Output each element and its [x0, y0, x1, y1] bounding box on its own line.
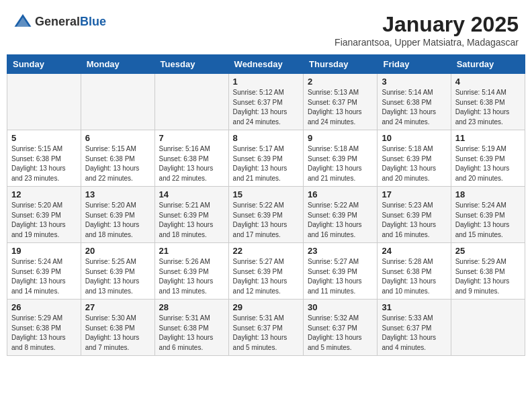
day-number: 1: [233, 77, 299, 87]
calendar-cell: 29Sunrise: 5:31 AMSunset: 6:37 PMDayligh…: [228, 300, 303, 356]
day-number: 16: [308, 189, 373, 199]
calendar-cell: 15Sunrise: 5:22 AMSunset: 6:39 PMDayligh…: [228, 187, 303, 243]
calendar-cell: 17Sunrise: 5:23 AMSunset: 6:39 PMDayligh…: [378, 187, 451, 243]
day-number: 17: [382, 189, 446, 199]
calendar-cell: 13Sunrise: 5:20 AMSunset: 6:39 PMDayligh…: [81, 187, 154, 243]
day-info: Sunrise: 5:27 AMSunset: 6:39 PMDaylight:…: [233, 257, 299, 296]
page-header: GeneralBlue January 2025 Fianarantsoa, U…: [7, 7, 525, 52]
calendar-cell: 9Sunrise: 5:18 AMSunset: 6:39 PMDaylight…: [304, 130, 378, 187]
calendar-cell: [7, 74, 81, 130]
day-info: Sunrise: 5:14 AMSunset: 6:38 PMDaylight:…: [382, 88, 446, 127]
calendar-cell: 12Sunrise: 5:20 AMSunset: 6:39 PMDayligh…: [7, 187, 81, 243]
day-info: Sunrise: 5:29 AMSunset: 6:38 PMDaylight:…: [455, 257, 521, 296]
day-number: 23: [308, 246, 373, 256]
day-number: 9: [308, 133, 373, 143]
calendar-cell: 18Sunrise: 5:24 AMSunset: 6:39 PMDayligh…: [451, 187, 525, 243]
logo-blue: Blue: [80, 15, 106, 28]
day-number: 29: [233, 302, 299, 312]
day-info: Sunrise: 5:15 AMSunset: 6:38 PMDaylight:…: [11, 144, 77, 183]
calendar-cell: 6Sunrise: 5:15 AMSunset: 6:38 PMDaylight…: [81, 130, 154, 187]
weekday-row: SundayMondayTuesdayWednesdayThursdayFrid…: [7, 55, 525, 74]
calendar-cell: 5Sunrise: 5:15 AMSunset: 6:38 PMDaylight…: [7, 130, 81, 187]
day-number: 19: [11, 246, 77, 256]
calendar-cell: 11Sunrise: 5:19 AMSunset: 6:39 PMDayligh…: [451, 130, 525, 187]
calendar-cell: 22Sunrise: 5:27 AMSunset: 6:39 PMDayligh…: [228, 243, 303, 300]
day-number: 6: [85, 133, 150, 143]
day-info: Sunrise: 5:20 AMSunset: 6:39 PMDaylight:…: [85, 201, 150, 240]
calendar-week-row: 5Sunrise: 5:15 AMSunset: 6:38 PMDaylight…: [7, 130, 525, 187]
calendar-title: January 2025: [335, 12, 519, 37]
day-info: Sunrise: 5:31 AMSunset: 6:37 PMDaylight:…: [233, 314, 299, 353]
calendar-body: 1Sunrise: 5:12 AMSunset: 6:37 PMDaylight…: [7, 74, 525, 356]
logo: GeneralBlue: [13, 12, 106, 31]
day-info: Sunrise: 5:17 AMSunset: 6:39 PMDaylight:…: [233, 144, 299, 183]
weekday-header: Sunday: [7, 55, 81, 74]
day-number: 27: [85, 302, 150, 312]
weekday-header: Tuesday: [154, 55, 228, 74]
day-number: 31: [382, 302, 446, 312]
calendar-cell: 8Sunrise: 5:17 AMSunset: 6:39 PMDaylight…: [228, 130, 303, 187]
day-info: Sunrise: 5:30 AMSunset: 6:38 PMDaylight:…: [85, 314, 150, 353]
day-number: 26: [11, 302, 77, 312]
calendar-cell: 28Sunrise: 5:31 AMSunset: 6:38 PMDayligh…: [154, 300, 228, 356]
day-number: 21: [159, 246, 224, 256]
calendar-cell: 25Sunrise: 5:29 AMSunset: 6:38 PMDayligh…: [451, 243, 525, 300]
day-number: 22: [233, 246, 299, 256]
calendar-cell: 2Sunrise: 5:13 AMSunset: 6:37 PMDaylight…: [304, 74, 378, 130]
day-info: Sunrise: 5:24 AMSunset: 6:39 PMDaylight:…: [455, 201, 521, 240]
weekday-header: Friday: [378, 55, 451, 74]
calendar-cell: 31Sunrise: 5:33 AMSunset: 6:37 PMDayligh…: [378, 300, 451, 356]
calendar-cell: 4Sunrise: 5:14 AMSunset: 6:38 PMDaylight…: [451, 74, 525, 130]
calendar-table: SundayMondayTuesdayWednesdayThursdayFrid…: [7, 54, 525, 356]
day-number: 8: [233, 133, 299, 143]
day-info: Sunrise: 5:13 AMSunset: 6:37 PMDaylight:…: [308, 88, 373, 127]
day-number: 24: [382, 246, 446, 256]
day-info: Sunrise: 5:28 AMSunset: 6:38 PMDaylight:…: [382, 257, 446, 296]
day-info: Sunrise: 5:22 AMSunset: 6:39 PMDaylight:…: [308, 201, 373, 240]
calendar-cell: 24Sunrise: 5:28 AMSunset: 6:38 PMDayligh…: [378, 243, 451, 300]
weekday-header: Thursday: [304, 55, 378, 74]
day-info: Sunrise: 5:16 AMSunset: 6:38 PMDaylight:…: [159, 144, 224, 183]
day-info: Sunrise: 5:23 AMSunset: 6:39 PMDaylight:…: [382, 201, 446, 240]
weekday-header: Wednesday: [228, 55, 303, 74]
calendar-subtitle: Fianarantsoa, Upper Matsiatra, Madagasca…: [335, 37, 519, 48]
calendar-cell: 16Sunrise: 5:22 AMSunset: 6:39 PMDayligh…: [304, 187, 378, 243]
day-info: Sunrise: 5:26 AMSunset: 6:39 PMDaylight:…: [159, 257, 224, 296]
day-info: Sunrise: 5:25 AMSunset: 6:39 PMDaylight:…: [85, 257, 150, 296]
day-info: Sunrise: 5:32 AMSunset: 6:37 PMDaylight:…: [308, 314, 373, 353]
logo-general: General: [35, 15, 80, 28]
day-info: Sunrise: 5:27 AMSunset: 6:39 PMDaylight:…: [308, 257, 373, 296]
day-number: 12: [11, 189, 77, 199]
day-info: Sunrise: 5:29 AMSunset: 6:38 PMDaylight:…: [11, 314, 77, 353]
calendar-week-row: 19Sunrise: 5:24 AMSunset: 6:39 PMDayligh…: [7, 243, 525, 300]
day-number: 25: [455, 246, 521, 256]
calendar-cell: 7Sunrise: 5:16 AMSunset: 6:38 PMDaylight…: [154, 130, 228, 187]
day-number: 28: [159, 302, 224, 312]
day-info: Sunrise: 5:14 AMSunset: 6:38 PMDaylight:…: [455, 88, 521, 127]
calendar-cell: 14Sunrise: 5:21 AMSunset: 6:39 PMDayligh…: [154, 187, 228, 243]
day-info: Sunrise: 5:12 AMSunset: 6:37 PMDaylight:…: [233, 88, 299, 127]
day-info: Sunrise: 5:19 AMSunset: 6:39 PMDaylight:…: [455, 144, 521, 183]
calendar-week-row: 1Sunrise: 5:12 AMSunset: 6:37 PMDaylight…: [7, 74, 525, 130]
day-number: 3: [382, 77, 446, 87]
day-number: 11: [455, 133, 521, 143]
calendar-cell: 21Sunrise: 5:26 AMSunset: 6:39 PMDayligh…: [154, 243, 228, 300]
day-number: 15: [233, 189, 299, 199]
calendar-header: SundayMondayTuesdayWednesdayThursdayFrid…: [7, 55, 525, 74]
calendar-cell: 23Sunrise: 5:27 AMSunset: 6:39 PMDayligh…: [304, 243, 378, 300]
calendar-cell: 3Sunrise: 5:14 AMSunset: 6:38 PMDaylight…: [378, 74, 451, 130]
day-info: Sunrise: 5:33 AMSunset: 6:37 PMDaylight:…: [382, 314, 446, 353]
day-info: Sunrise: 5:18 AMSunset: 6:39 PMDaylight:…: [308, 144, 373, 183]
day-info: Sunrise: 5:20 AMSunset: 6:39 PMDaylight:…: [11, 201, 77, 240]
calendar-cell: 10Sunrise: 5:18 AMSunset: 6:39 PMDayligh…: [378, 130, 451, 187]
calendar-cell: 1Sunrise: 5:12 AMSunset: 6:37 PMDaylight…: [228, 74, 303, 130]
day-info: Sunrise: 5:21 AMSunset: 6:39 PMDaylight:…: [159, 201, 224, 240]
calendar-cell: 30Sunrise: 5:32 AMSunset: 6:37 PMDayligh…: [304, 300, 378, 356]
logo-icon: [13, 12, 32, 31]
day-number: 20: [85, 246, 150, 256]
calendar-week-row: 12Sunrise: 5:20 AMSunset: 6:39 PMDayligh…: [7, 187, 525, 243]
calendar-cell: [451, 300, 525, 356]
calendar-cell: 27Sunrise: 5:30 AMSunset: 6:38 PMDayligh…: [81, 300, 154, 356]
calendar-cell: [154, 74, 228, 130]
calendar-cell: [81, 74, 154, 130]
